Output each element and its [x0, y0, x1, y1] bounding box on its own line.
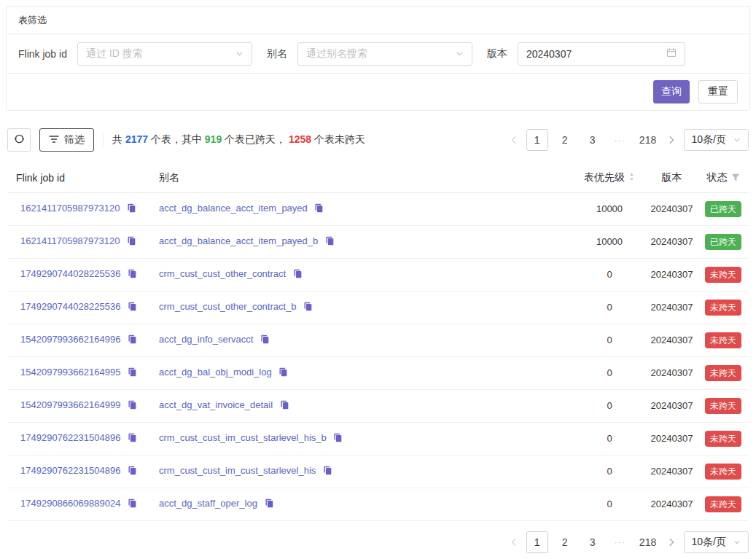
status-badge: 未跨天 — [705, 300, 741, 316]
pagination-page-1[interactable]: 1 — [526, 129, 548, 151]
alias-link[interactable]: crm_cust_cust_other_contract_b — [159, 301, 297, 312]
table-row: 1749290866069889024 acct_dg_staff_oper_l… — [7, 488, 749, 520]
query-button[interactable]: 查询 — [653, 80, 690, 103]
job-id-link[interactable]: 1749290866069889024 — [20, 498, 120, 509]
page-size-select[interactable]: 10条/页 — [684, 129, 749, 151]
table-row: 1542097993662164995 acct_dg_bal_obj_modi… — [7, 356, 749, 389]
job-id-link[interactable]: 1749290762231504896 — [20, 465, 120, 476]
version-label: 版本 — [487, 47, 507, 60]
table-row: 1621411705987973120 acct_dg_balance_acct… — [7, 192, 749, 225]
summary-text: 共 — [112, 133, 125, 145]
sorter-icon[interactable] — [628, 172, 635, 184]
alias-link[interactable]: acct_dg_vat_invoice_detail — [159, 399, 273, 410]
job-id-link[interactable]: 1542097993662164995 — [20, 367, 120, 378]
alias-link[interactable]: acct_dg_info_servacct — [159, 334, 253, 345]
copy-icon[interactable] — [128, 400, 137, 412]
pagination-page-2[interactable]: 2 — [554, 531, 576, 553]
page-size-value: 10条/页 — [692, 536, 726, 549]
version-date-input[interactable]: 20240307 — [518, 42, 685, 66]
pagination-page-2[interactable]: 2 — [554, 129, 576, 151]
priority-cell: 0 — [573, 422, 646, 455]
flink-job-id-select[interactable]: 通过 ID 搜索 — [77, 42, 252, 66]
copy-icon[interactable] — [128, 335, 137, 346]
version-cell: 20240307 — [646, 389, 698, 422]
job-id-link[interactable]: 1542097993662164999 — [20, 399, 120, 410]
pagination-prev-icon[interactable] — [507, 129, 521, 151]
version-date-value: 20240307 — [526, 48, 572, 60]
alias-link[interactable]: acct_dg_staff_oper_log — [159, 498, 257, 509]
alias-link[interactable]: crm_cust_cust_im_cust_starlevel_his_b — [159, 432, 327, 443]
summary-text: 个表未跨天 — [311, 133, 365, 145]
copy-icon[interactable] — [278, 367, 288, 379]
table-row: 1749290744028225536 crm_cust_cust_other_… — [7, 291, 749, 324]
filter-button-label: 筛选 — [64, 133, 85, 146]
refresh-icon — [14, 133, 25, 146]
version-cell: 20240307 — [646, 192, 698, 225]
status-badge: 未跨天 — [705, 496, 741, 512]
flink-job-id-field: Flink job id 通过 ID 搜索 — [18, 42, 252, 66]
pagination-ellipsis[interactable]: ··· — [609, 531, 631, 553]
job-id-link[interactable]: 1621411705987973120 — [20, 203, 120, 214]
pagination-page-218[interactable]: 218 — [637, 531, 659, 553]
pagination-ellipsis[interactable]: ··· — [609, 129, 631, 151]
job-id-link[interactable]: 1749290744028225536 — [20, 301, 120, 312]
refresh-button[interactable] — [7, 128, 31, 152]
status-badge: 未跨天 — [705, 431, 741, 447]
pagination-next-icon[interactable] — [665, 129, 678, 151]
status-badge: 未跨天 — [705, 365, 741, 381]
copy-icon[interactable] — [128, 466, 137, 477]
priority-cell: 0 — [573, 291, 646, 324]
priority-cell: 0 — [573, 356, 646, 389]
copy-icon[interactable] — [127, 203, 136, 215]
crossed-count: 919 — [205, 133, 222, 145]
priority-cell: 0 — [573, 389, 646, 422]
job-id-link[interactable]: 1749290762231504896 — [20, 432, 120, 443]
table-toolbar: 筛选 共 2177 个表，其中 919 个表已跨天， 1258 个表未跨天 1 … — [7, 128, 749, 152]
alias-link[interactable]: acct_dg_balance_acct_item_payed — [159, 203, 308, 214]
pagination-bottom-wrap: 1 2 3 ··· 218 10条/页 — [7, 531, 749, 553]
job-id-link[interactable]: 1621411705987973120 — [20, 235, 120, 246]
copy-icon[interactable] — [325, 236, 335, 248]
column-filter-icon[interactable] — [731, 172, 740, 184]
alias-link[interactable]: acct_dg_balance_acct_item_payed_b — [159, 235, 318, 246]
alias-link[interactable]: acct_dg_bal_obj_modi_log — [159, 367, 272, 378]
header-priority: 表优先级 — [573, 163, 646, 192]
copy-icon[interactable] — [128, 269, 137, 281]
copy-icon[interactable] — [265, 499, 274, 510]
copy-icon[interactable] — [293, 269, 303, 281]
copy-icon[interactable] — [128, 367, 137, 379]
header-status-label: 状态 — [707, 171, 728, 184]
pagination-page-1[interactable]: 1 — [526, 531, 548, 553]
pagination-prev-icon[interactable] — [507, 531, 521, 553]
filter-button[interactable]: 筛选 — [39, 128, 94, 152]
chevron-down-icon — [733, 134, 741, 146]
pagination-page-3[interactable]: 3 — [582, 129, 604, 151]
pagination-next-icon[interactable] — [665, 531, 678, 553]
copy-icon[interactable] — [303, 302, 313, 313]
flink-job-id-label: Flink job id — [18, 48, 67, 60]
copy-icon[interactable] — [128, 433, 137, 445]
copy-icon[interactable] — [333, 433, 343, 445]
pagination-page-3[interactable]: 3 — [582, 531, 604, 553]
priority-cell: 0 — [573, 488, 646, 520]
copy-icon[interactable] — [128, 302, 137, 313]
copy-icon[interactable] — [314, 203, 324, 215]
alias-link[interactable]: crm_cust_cust_im_cust_starlevel_his — [159, 465, 316, 476]
copy-icon[interactable] — [323, 466, 332, 477]
priority-cell: 0 — [573, 258, 646, 291]
job-id-link[interactable]: 1749290744028225536 — [20, 268, 120, 279]
job-id-link[interactable]: 1542097993662164996 — [20, 334, 120, 345]
page-size-select[interactable]: 10条/页 — [684, 531, 749, 553]
copy-icon[interactable] — [127, 236, 136, 248]
copy-icon[interactable] — [280, 400, 289, 412]
table-row: 1749290744028225536 crm_cust_cust_other_… — [7, 258, 749, 291]
copy-icon[interactable] — [128, 499, 137, 510]
status-badge: 未跨天 — [705, 332, 741, 348]
alias-link[interactable]: crm_cust_cust_other_contract — [159, 268, 286, 279]
alias-select[interactable]: 通过别名搜索 — [297, 42, 472, 66]
pagination-page-218[interactable]: 218 — [637, 129, 659, 151]
reset-button[interactable]: 重置 — [698, 80, 738, 103]
version-cell: 20240307 — [646, 225, 698, 258]
priority-cell: 0 — [573, 324, 646, 356]
copy-icon[interactable] — [260, 335, 270, 346]
